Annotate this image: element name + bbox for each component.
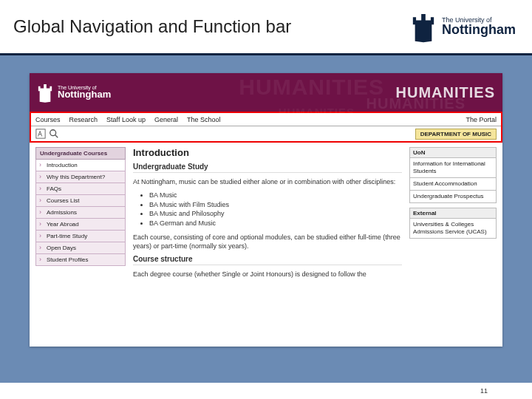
degree-item: BA Music (149, 191, 402, 200)
leftnav-item-yearabroad[interactable]: Year Abroad (35, 219, 126, 231)
search-icon[interactable] (49, 129, 59, 139)
intro-paragraph-1: At Nottingham, music can be studied eith… (133, 177, 402, 186)
section-heading-ugstudy: Undergraduate Study (133, 163, 402, 173)
global-nav-row: Courses Research Staff Look up General T… (31, 113, 501, 126)
univ-brand-slide: The University of Nottingham (411, 10, 516, 43)
nav-item-portal[interactable]: The Portal (466, 116, 497, 123)
leftnav-item-courseslist[interactable]: Courses List (35, 195, 126, 207)
leftnav-item-faqs[interactable]: FAQs (35, 183, 126, 195)
leftnav-item-opendays[interactable]: Open Days (35, 242, 126, 254)
department-badge: DEPARTMENT OF MUSIC (415, 129, 497, 140)
leftnav-item-admissions[interactable]: Admissions (35, 207, 126, 219)
accessibility-az-icon[interactable] (35, 129, 46, 139)
global-nav-highlight: Courses Research Staff Look up General T… (30, 112, 502, 143)
svg-point-1 (50, 130, 56, 136)
univ-name-site: Nottingham (58, 89, 111, 100)
page-heading: Introduction (133, 147, 402, 158)
faculty-label: HUMANITIES (396, 84, 495, 101)
nav-item-staff[interactable]: Staff Look up (106, 116, 146, 123)
nav-item-school[interactable]: The School (187, 116, 221, 123)
rightbox-link-intl[interactable]: Information for International Students (409, 158, 497, 178)
rightbox-link-ucas[interactable]: Universities & Colleges Admissions Servi… (409, 219, 497, 239)
section-heading-structure: Course structure (133, 255, 402, 265)
univ-brand-site[interactable]: The University of Nottingham (37, 82, 111, 103)
degree-list: BA Music BA Music with Film Studies BA M… (149, 191, 402, 228)
intro-paragraph-2: Each course, consisting of core and opti… (133, 233, 402, 250)
nav-item-courses[interactable]: Courses (35, 116, 61, 123)
castle-crest-icon (411, 10, 436, 43)
leftnav-item-intro[interactable]: Introduction (35, 160, 126, 171)
univ-name-slide: Nottingham (442, 22, 516, 38)
castle-crest-icon (37, 82, 53, 103)
rightbox-link-accom[interactable]: Student Accommodation (409, 178, 497, 191)
leftnav-item-parttime[interactable]: Part-time Study (35, 231, 126, 242)
right-sidebar: UoN Information for International Studen… (409, 147, 497, 342)
degree-item: BA Music with Film Studies (149, 200, 402, 210)
slide-title: Global Navigation and Function bar (13, 16, 291, 37)
banner-ghost-text: HUMANITIES (239, 75, 384, 100)
page-number: 11 (480, 387, 488, 395)
left-sidebar: Undergraduate Courses Introduction Why t… (35, 147, 126, 342)
nav-item-general[interactable]: General (154, 116, 178, 123)
rightbox-head-ext: External (409, 208, 497, 219)
main-content: Introduction Undergraduate Study At Nott… (133, 147, 402, 342)
website-screenshot: The University of Nottingham HUMANITIES … (30, 73, 502, 347)
leftnav-item-profiles[interactable]: Student Profiles (35, 254, 126, 266)
rightbox-head-uon: UoN (409, 147, 497, 158)
rightbox-link-prospect[interactable]: Undergraduate Prospectus (409, 191, 497, 203)
degree-item: BA Music and Philosophy (149, 209, 402, 219)
nav-item-research[interactable]: Research (69, 116, 98, 123)
function-bar: DEPARTMENT OF MUSIC (31, 126, 501, 141)
leftnav-item-whydept[interactable]: Why this Department? (35, 171, 126, 183)
leftnav-heading: Undergraduate Courses (35, 147, 126, 160)
degree-item: BA German and Music (149, 219, 402, 228)
intro-paragraph-3: Each degree course (whether Single or Jo… (133, 270, 402, 279)
site-banner: The University of Nottingham HUMANITIES … (30, 73, 502, 112)
